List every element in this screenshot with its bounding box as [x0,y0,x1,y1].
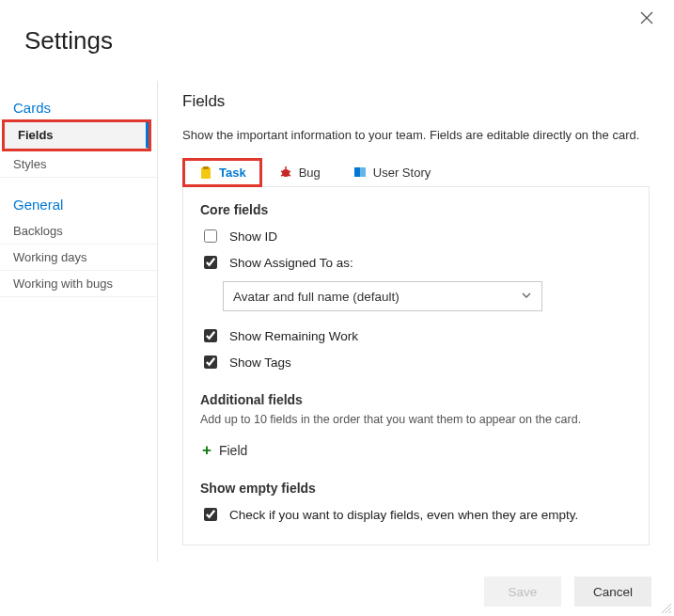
show-id-checkbox[interactable] [204,229,217,243]
sidebar: Cards Fields Styles General Backlogs Wor… [0,81,158,561]
show-assigned-row[interactable]: Show Assigned To as: [200,249,632,276]
book-icon [353,165,368,180]
add-field-button[interactable]: + Field [202,437,257,464]
page-title: Settings [24,26,113,55]
tab-label: User Story [373,166,431,180]
cancel-button[interactable]: Cancel [574,577,651,607]
close-icon[interactable] [640,11,657,28]
additional-fields-hint: Add up to 10 fields in the order that yo… [200,413,632,426]
show-remaining-checkbox[interactable] [204,329,217,342]
sidebar-item-working-with-bugs[interactable]: Working with bugs [0,271,157,297]
svg-line-14 [669,611,671,613]
show-assigned-label: Show Assigned To as: [229,256,353,270]
show-empty-row[interactable]: Check if you want to display fields, eve… [200,501,632,528]
tab-label: Task [219,166,246,180]
sidebar-item-label: Working with bugs [13,276,113,291]
resize-grip-icon[interactable] [659,601,672,614]
assigned-to-select[interactable]: Avatar and full name (default) [223,281,542,311]
show-tags-row[interactable]: Show Tags [200,349,632,375]
sidebar-item-label: Working days [13,250,87,264]
svg-rect-10 [354,167,360,177]
task-icon [198,166,213,181]
sidebar-item-label: Fields [18,128,54,142]
bug-icon [278,165,293,180]
svg-rect-3 [203,166,209,169]
main-content: Fields Show the important information to… [158,81,674,561]
plus-icon: + [202,441,212,460]
footer: Save Cancel [484,577,651,607]
select-value: Avatar and full name (default) [233,290,400,304]
tab-user-story[interactable]: User Story [337,157,447,186]
show-empty-checkbox[interactable] [204,508,217,521]
show-id-label: Show ID [229,229,277,244]
sidebar-group-general: General [0,191,157,218]
sidebar-group-cards: Cards [0,94,157,121]
show-remaining-label: Show Remaining Work [229,329,358,343]
sidebar-item-label: Backlogs [13,224,63,238]
tab-bug[interactable]: Bug [262,157,337,186]
save-button[interactable]: Save [484,577,561,607]
content-hint: Show the important information to your t… [182,128,650,142]
show-tags-label: Show Tags [229,355,291,370]
svg-line-7 [289,171,290,172]
svg-point-4 [282,169,290,177]
content-heading: Fields [182,92,650,111]
core-fields-title: Core fields [200,202,632,217]
additional-fields-title: Additional fields [200,392,632,407]
svg-line-9 [289,175,290,176]
sidebar-item-working-days[interactable]: Working days [0,245,157,271]
add-field-label: Field [219,443,247,458]
chevron-down-icon [521,290,532,304]
show-tags-checkbox[interactable] [204,355,217,369]
show-id-row[interactable]: Show ID [200,223,632,249]
tab-label: Bug [299,166,321,180]
panel: Core fields Show ID Show Assigned To as:… [182,187,650,545]
svg-line-8 [281,175,283,176]
show-remaining-row[interactable]: Show Remaining Work [200,323,632,349]
sidebar-item-backlogs[interactable]: Backlogs [0,218,157,245]
sidebar-item-fields[interactable]: Fields [5,122,149,149]
sidebar-item-label: Styles [13,157,46,171]
show-empty-label: Check if you want to display fields, eve… [229,508,578,522]
empty-fields-title: Show empty fields [200,481,632,496]
sidebar-item-styles[interactable]: Styles [0,151,157,178]
svg-rect-11 [360,167,366,177]
tab-task[interactable]: Task [182,158,262,187]
show-assigned-checkbox[interactable] [204,256,217,269]
svg-line-6 [281,171,283,172]
tabs: Task Bug User Story [182,157,650,187]
